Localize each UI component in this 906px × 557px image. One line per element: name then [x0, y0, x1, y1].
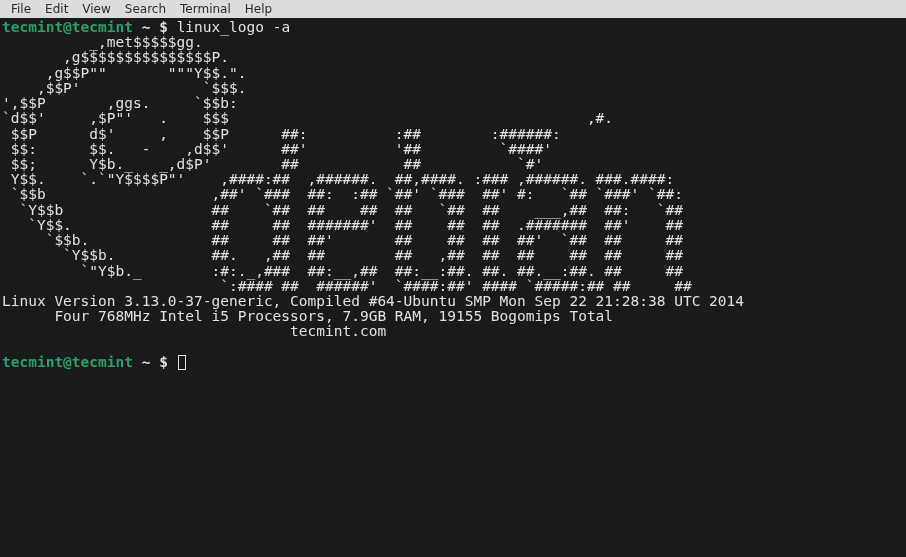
ascii-art-output: _,met$$$$$gg. ,g$$$$$$$$$$$$$$$P. ,g$$P"…: [2, 35, 904, 294]
sysinfo-line-2: Four 768MHz Intel i5 Processors, 7.9GB R…: [2, 309, 904, 324]
menu-view[interactable]: View: [75, 2, 117, 16]
menu-edit[interactable]: Edit: [38, 2, 75, 16]
blank-line: [2, 340, 904, 355]
sysinfo-line-1: Linux Version 3.13.0-37-generic, Compile…: [2, 294, 904, 309]
menu-help[interactable]: Help: [238, 2, 279, 16]
prompt-dollar: $: [150, 19, 176, 35]
command-text: linux_logo -a: [177, 19, 291, 35]
prompt-user-host: tecmint@tecmint: [2, 19, 133, 35]
prompt-line-1: tecmint@tecmint ~ $ linux_logo -a: [2, 20, 904, 35]
sysinfo-line-3: tecmint.com: [2, 324, 904, 339]
menu-file[interactable]: File: [4, 2, 38, 16]
menu-terminal[interactable]: Terminal: [173, 2, 238, 16]
prompt-sep-2: [133, 354, 142, 370]
menu-search[interactable]: Search: [118, 2, 173, 16]
prompt-sep: [133, 19, 142, 35]
terminal-area[interactable]: tecmint@tecmint ~ $ linux_logo -a _,met$…: [0, 18, 906, 372]
prompt-dollar-2: $: [150, 354, 176, 370]
prompt-line-2: tecmint@tecmint ~ $: [2, 355, 904, 370]
menubar: File Edit View Search Terminal Help: [0, 0, 906, 18]
cursor-icon: [178, 355, 186, 370]
prompt-user-host-2: tecmint@tecmint: [2, 354, 133, 370]
